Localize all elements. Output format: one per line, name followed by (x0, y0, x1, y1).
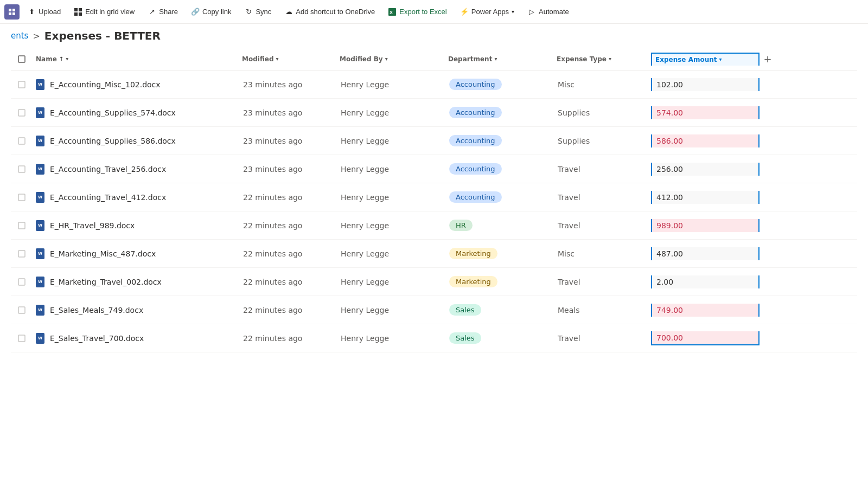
add-shortcut-button[interactable]: ☁ Add shortcut to OneDrive (279, 5, 380, 18)
col-header-modified[interactable]: Modified ▾ (239, 53, 336, 65)
expense-type-cell: Travel (553, 163, 651, 176)
link-icon: 🔗 (191, 8, 200, 16)
add-column-button[interactable]: + (760, 51, 776, 67)
excel-icon: X (388, 8, 397, 16)
col-header-expense-amount[interactable]: Expense Amount ▾ (651, 53, 760, 66)
export-excel-button[interactable]: X Export to Excel (382, 5, 452, 18)
expense-amount-cell: 574.00 (651, 106, 760, 119)
toolbar: ⬆ Upload Edit in grid view ↗ Share 🔗 Cop… (0, 0, 868, 24)
automate-button[interactable]: ▷ Automate (522, 5, 575, 18)
file-name-cell[interactable]: W E_Accounting_Supplies_574.docx (33, 105, 239, 120)
modified-filter-icon: ▾ (276, 56, 279, 62)
svg-rect-0 (9, 9, 11, 11)
row-checkbox[interactable] (17, 249, 26, 258)
expense-amount-cell: 256.00 (651, 163, 760, 176)
svg-rect-1 (12, 9, 15, 11)
row-checkbox-cell (11, 278, 33, 286)
expense-amount-cell: 412.00 (651, 191, 760, 204)
row-checkbox[interactable] (17, 80, 26, 89)
word-doc-icon: W (36, 192, 44, 203)
department-badge: Sales (449, 332, 481, 344)
col-header-modified-by[interactable]: Modified By ▾ (336, 53, 445, 65)
row-checkbox[interactable] (17, 108, 26, 117)
col-header-name[interactable]: Name ↑ ▾ (33, 53, 239, 65)
svg-rect-11 (18, 81, 25, 88)
table-row[interactable]: W E_Accounting_Supplies_574.docx 23 minu… (11, 99, 857, 127)
department-cell: Marketing (445, 246, 553, 261)
edit-grid-button[interactable]: Edit in grid view (68, 5, 140, 18)
grid-icon (74, 8, 82, 16)
row-checkbox[interactable] (17, 306, 26, 314)
expense-type-cell: Supplies (553, 134, 651, 147)
modified-cell: 22 minutes ago (239, 247, 336, 260)
file-name-cell[interactable]: W E_Accounting_Misc_102.docx (33, 77, 239, 92)
table-row[interactable]: W E_Marketing_Misc_487.docx 22 minutes a… (11, 240, 857, 268)
row-checkbox-cell (11, 108, 33, 117)
sync-button[interactable]: ↻ Sync (239, 5, 277, 18)
modified-by-cell: Henry Legge (336, 134, 445, 147)
word-doc-icon: W (36, 305, 44, 316)
row-checkbox[interactable] (17, 137, 26, 145)
department-badge: Accounting (449, 79, 502, 90)
svg-rect-17 (18, 251, 25, 257)
svg-rect-7 (79, 12, 82, 16)
department-cell: Accounting (445, 76, 553, 92)
expense-amount-cell: 2.00 (651, 275, 760, 288)
modified-cell: 22 minutes ago (239, 191, 336, 204)
expense-type-cell: Supplies (553, 106, 651, 119)
name-filter-icon: ▾ (66, 56, 68, 62)
file-name: E_HR_Travel_989.docx (50, 221, 135, 230)
table-row[interactable]: W E_Accounting_Misc_102.docx 23 minutes … (11, 70, 857, 99)
share-button[interactable]: ↗ Share (142, 5, 183, 18)
table-row[interactable]: W E_Sales_Travel_700.docx 22 minutes ago… (11, 324, 857, 352)
file-name-cell[interactable]: W E_Marketing_Travel_002.docx (33, 274, 239, 290)
upload-button[interactable]: ⬆ Upload (22, 5, 66, 18)
power-apps-button[interactable]: ⚡ Power Apps ▾ (455, 5, 520, 18)
table-row[interactable]: W E_HR_Travel_989.docx 22 minutes ago He… (11, 211, 857, 240)
select-all-icon[interactable] (17, 55, 26, 63)
table-row[interactable]: W E_Accounting_Travel_412.docx 22 minute… (11, 183, 857, 211)
list-header: Name ↑ ▾ Modified ▾ Modified By ▾ Depart… (11, 48, 857, 70)
department-cell: Accounting (445, 133, 553, 149)
modified-cell: 23 minutes ago (239, 134, 336, 147)
file-name-cell[interactable]: W E_Accounting_Travel_412.docx (33, 190, 239, 205)
modified-by-filter-icon: ▾ (385, 56, 388, 62)
col-header-expense-type[interactable]: Expense Type ▾ (553, 53, 651, 65)
file-name-cell[interactable]: W E_Sales_Meals_749.docx (33, 303, 239, 318)
table-row[interactable]: W E_Marketing_Travel_002.docx 22 minutes… (11, 268, 857, 296)
row-checkbox[interactable] (17, 193, 26, 202)
modified-cell: 22 minutes ago (239, 332, 336, 345)
col-header-department[interactable]: Department ▾ (445, 53, 553, 65)
department-cell: Accounting (445, 105, 553, 120)
department-cell: Marketing (445, 274, 553, 290)
department-badge: Accounting (449, 107, 502, 118)
header-checkbox-cell (11, 55, 33, 63)
file-name-cell[interactable]: W E_Marketing_Misc_487.docx (33, 246, 239, 261)
breadcrumb-current: Expenses - BETTER (44, 29, 161, 42)
svg-rect-4 (74, 8, 78, 11)
file-name-cell[interactable]: W E_Accounting_Travel_256.docx (33, 162, 239, 177)
modified-cell: 22 minutes ago (239, 275, 336, 288)
file-name: E_Marketing_Misc_487.docx (50, 249, 156, 258)
expense-amount-cell: 700.00 (651, 331, 760, 345)
row-checkbox-cell (11, 221, 33, 230)
breadcrumb-parent[interactable]: ents (11, 31, 28, 41)
word-doc-icon: W (36, 136, 44, 146)
row-checkbox[interactable] (17, 221, 26, 230)
expense-type-filter-icon: ▾ (609, 56, 611, 62)
department-cell: Accounting (445, 161, 553, 177)
file-name: E_Accounting_Travel_412.docx (50, 193, 166, 202)
file-name-cell[interactable]: W E_HR_Travel_989.docx (33, 218, 239, 233)
file-name-cell[interactable]: W E_Accounting_Supplies_586.docx (33, 133, 239, 149)
row-checkbox[interactable] (17, 278, 26, 286)
table-row[interactable]: W E_Sales_Meals_749.docx 22 minutes ago … (11, 296, 857, 324)
file-name-cell[interactable]: W E_Sales_Travel_700.docx (33, 331, 239, 346)
row-checkbox[interactable] (17, 334, 26, 343)
table-row[interactable]: W E_Accounting_Travel_256.docx 23 minute… (11, 155, 857, 183)
svg-rect-15 (18, 194, 25, 201)
copy-link-button[interactable]: 🔗 Copy link (186, 5, 237, 18)
department-badge: Sales (449, 304, 481, 316)
row-checkbox[interactable] (17, 165, 26, 174)
svg-rect-16 (18, 222, 25, 229)
table-row[interactable]: W E_Accounting_Supplies_586.docx 23 minu… (11, 127, 857, 155)
